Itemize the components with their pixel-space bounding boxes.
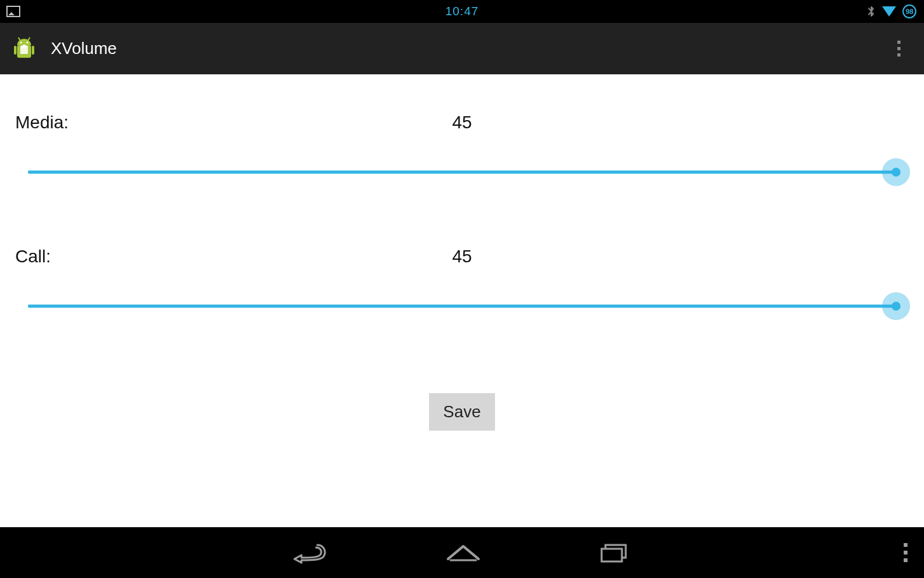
media-label: Media: [15,112,69,133]
status-right: 98 [867,4,924,18]
media-slider-thumb[interactable] [892,168,901,177]
call-slider-thumb[interactable] [892,302,901,311]
svg-rect-6 [32,46,34,55]
status-clock: 10:47 [446,4,479,18]
bluetooth-icon [867,4,876,18]
media-slider-track [28,171,896,174]
app-icon [9,34,39,64]
media-slider[interactable] [28,158,896,186]
app-title: XVolume [51,39,117,58]
battery-icon: 98 [902,4,916,18]
back-button[interactable] [292,540,330,565]
nav-overflow-button[interactable] [904,543,908,562]
call-label-line: Call: 45 [15,246,909,267]
svg-line-4 [28,37,30,41]
home-button[interactable] [444,540,482,565]
svg-point-1 [20,41,22,43]
status-left [0,6,20,17]
call-value: 45 [452,246,472,267]
save-wrap: Save [15,393,909,431]
wifi-icon [882,6,896,17]
save-button[interactable]: Save [429,393,494,431]
svg-rect-9 [602,549,622,561]
call-row: Call: 45 [15,246,909,320]
svg-line-3 [18,37,20,41]
media-value: 45 [452,112,472,133]
svg-rect-5 [14,46,16,55]
media-row: Media: 45 [15,112,909,186]
overflow-menu-button[interactable] [886,36,911,62]
call-slider-track [28,305,896,308]
call-label: Call: [15,246,51,267]
nav-center [292,540,632,565]
picture-notification-icon [6,6,20,17]
navigation-bar [0,527,924,578]
svg-point-2 [27,41,29,43]
action-bar: XVolume [0,23,924,74]
recents-button[interactable] [597,540,632,565]
status-bar: 10:47 98 [0,0,924,23]
media-label-line: Media: 45 [15,112,909,133]
content: Media: 45 Call: 45 Save [0,74,924,431]
call-slider[interactable] [28,292,896,320]
